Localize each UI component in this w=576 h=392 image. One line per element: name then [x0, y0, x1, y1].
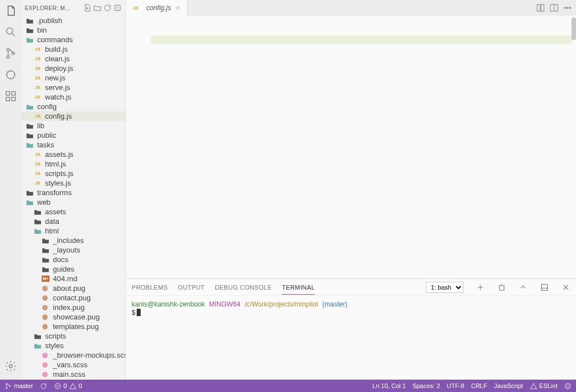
- tree-item-tasks[interactable]: tasks: [21, 140, 125, 150]
- tree-item-styles-js[interactable]: JSstyles.js: [21, 178, 125, 188]
- tree-item-assets[interactable]: assets: [21, 207, 125, 217]
- warning-icon: [530, 382, 537, 390]
- tab-debug-console[interactable]: DEBUG CONSOLE: [215, 284, 272, 291]
- tree-item-watch-js[interactable]: JSwatch.js: [21, 92, 125, 102]
- new-terminal-icon[interactable]: [476, 283, 485, 292]
- editor-area: JS config.js PROBLEMS OUTPUT DEBUG CONSO…: [126, 0, 576, 380]
- tree-item--browser-mockups-scss[interactable]: _browser-mockups.scss: [21, 350, 125, 360]
- kill-terminal-icon[interactable]: [497, 283, 506, 292]
- status-problems[interactable]: 0 0: [54, 382, 82, 390]
- tree-item-bin[interactable]: bin: [21, 25, 125, 35]
- error-icon: [54, 382, 61, 390]
- tree-item-main-scss[interactable]: main.scss: [21, 370, 125, 379]
- status-indentation[interactable]: Spaces: 2: [412, 382, 440, 389]
- tree-item-lib[interactable]: lib: [21, 121, 125, 130]
- editor-scrollbar[interactable]: [572, 16, 576, 278]
- tree-item-about-pug[interactable]: about.pug: [21, 283, 125, 293]
- status-cursor-position[interactable]: Ln 10, Col 1: [372, 382, 406, 389]
- tab-terminal[interactable]: TERMINAL: [282, 284, 315, 295]
- tree-item-assets-js[interactable]: JSassets.js: [21, 150, 125, 159]
- tree-item-html-js[interactable]: JShtml.js: [21, 159, 125, 169]
- file-tree[interactable]: .publishbincommandsJSbuild.jsJSclean.jsJ…: [21, 16, 125, 380]
- status-branch[interactable]: master: [4, 382, 33, 390]
- status-language[interactable]: JavaScript: [494, 382, 523, 389]
- tab-problems[interactable]: PROBLEMS: [132, 284, 168, 291]
- split-editor-icon[interactable]: [549, 3, 559, 13]
- tree-item-deploy-js[interactable]: JSdeploy.js: [21, 64, 125, 73]
- collapse-all-icon[interactable]: [113, 3, 122, 12]
- tree-item-data[interactable]: data: [21, 217, 125, 226]
- tree-item-templates-pug[interactable]: templates.pug: [21, 322, 125, 331]
- tree-item--vars-scss[interactable]: _vars.scss: [21, 360, 125, 370]
- settings-gear-icon[interactable]: [4, 360, 17, 372]
- explorer-header: EXPLORER: M...: [21, 0, 125, 16]
- status-encoding[interactable]: UTF-8: [447, 382, 464, 389]
- tree-item--publish[interactable]: .publish: [21, 16, 125, 25]
- svg-point-11: [42, 286, 48, 291]
- tree-item-contact-pug[interactable]: contact.pug: [21, 293, 125, 303]
- maximize-panel-icon[interactable]: [519, 283, 528, 292]
- tree-item-config-js[interactable]: JSconfig.js: [21, 111, 125, 121]
- close-panel-icon[interactable]: [561, 283, 570, 292]
- tree-item-config[interactable]: config: [21, 102, 125, 111]
- tree-item--layouts[interactable]: _layouts: [21, 245, 125, 255]
- tree-item-scripts-js[interactable]: JSscripts.js: [21, 169, 125, 178]
- line-gutter: [126, 16, 151, 278]
- tree-item-docs[interactable]: docs: [21, 255, 125, 264]
- svg-rect-25: [542, 284, 548, 290]
- new-file-icon[interactable]: [83, 3, 92, 12]
- svg-point-17: [42, 362, 48, 368]
- tree-item-web[interactable]: web: [21, 197, 125, 207]
- sync-icon: [40, 382, 47, 390]
- tree-item-serve-js[interactable]: JSserve.js: [21, 83, 125, 92]
- files-icon[interactable]: [4, 4, 17, 17]
- tree-item--includes[interactable]: _includes: [21, 236, 125, 245]
- svg-point-32: [569, 385, 569, 385]
- tab-output[interactable]: OUTPUT: [178, 284, 205, 291]
- tab-config-js[interactable]: JS config.js: [126, 0, 187, 16]
- tree-item-public[interactable]: public: [21, 130, 125, 140]
- svg-point-14: [42, 314, 48, 320]
- tree-item-guides[interactable]: guides: [21, 264, 125, 274]
- status-eol[interactable]: CRLF: [471, 382, 487, 389]
- status-bar: master 0 0 Ln 10, Col 1 Spaces: 2 UTF-8 …: [0, 380, 576, 392]
- tree-item-index-pug[interactable]: index.pug: [21, 303, 125, 312]
- toggle-panel-icon[interactable]: [540, 283, 549, 292]
- activity-bar: [0, 0, 21, 380]
- code-content[interactable]: [151, 16, 576, 278]
- tree-item-showcase-pug[interactable]: showcase.pug: [21, 312, 125, 322]
- svg-point-28: [9, 385, 10, 386]
- tree-item-404-md[interactable]: M+404.md: [21, 274, 125, 283]
- svg-point-2: [7, 56, 10, 58]
- svg-rect-19: [537, 4, 540, 11]
- svg-rect-5: [6, 92, 10, 95]
- tree-item-clean-js[interactable]: JSclean.js: [21, 54, 125, 64]
- refresh-icon[interactable]: [103, 3, 112, 12]
- source-control-icon[interactable]: [4, 47, 17, 60]
- code-editor[interactable]: [126, 16, 576, 278]
- terminal-selector[interactable]: 1: bash: [426, 282, 464, 293]
- extensions-icon[interactable]: [4, 90, 17, 102]
- new-folder-icon[interactable]: [93, 3, 102, 12]
- compare-changes-icon[interactable]: [536, 3, 546, 13]
- tree-item-html[interactable]: html: [21, 226, 125, 236]
- svg-point-9: [9, 364, 12, 368]
- more-actions-icon[interactable]: [562, 3, 573, 13]
- highlighted-line: [151, 35, 572, 44]
- tree-item-build-js[interactable]: JSbuild.js: [21, 44, 125, 54]
- terminal-content[interactable]: kanis@kanishk-zenbook MINGW64 /c/Work/pr…: [126, 296, 576, 380]
- editor-tabs: JS config.js: [126, 0, 576, 16]
- debug-icon[interactable]: [4, 69, 17, 81]
- tree-item-scripts[interactable]: scripts: [21, 331, 125, 341]
- tree-item-commands[interactable]: commands: [21, 35, 125, 44]
- tree-item-styles[interactable]: styles: [21, 341, 125, 350]
- status-feedback[interactable]: [564, 382, 572, 390]
- search-icon[interactable]: [4, 26, 17, 38]
- tree-item-transforms[interactable]: transforms: [21, 188, 125, 197]
- close-icon[interactable]: [174, 4, 181, 11]
- explorer-title: EXPLORER: M...: [25, 5, 82, 11]
- tree-item-new-js[interactable]: JSnew.js: [21, 73, 125, 83]
- smiley-icon: [564, 382, 572, 390]
- status-sync[interactable]: [40, 382, 47, 390]
- status-eslint[interactable]: ESLint: [530, 382, 557, 390]
